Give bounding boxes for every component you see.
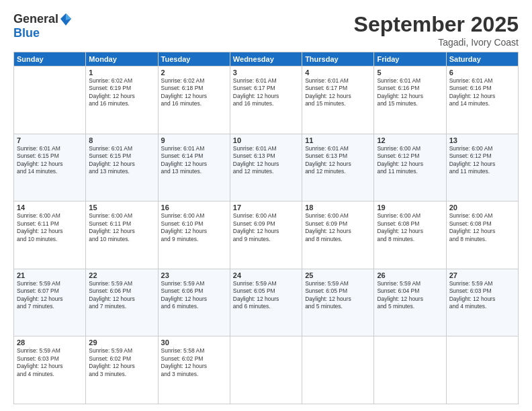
logo-text: General Blue	[13, 12, 72, 40]
day-detail: Sunrise: 5:59 AMSunset: 6:07 PMDaylight:…	[17, 280, 83, 311]
day-number: 1	[89, 68, 154, 77]
day-number: 9	[161, 136, 227, 144]
day-number: 11	[305, 136, 371, 144]
table-row: 17Sunrise: 6:00 AMSunset: 6:09 PMDayligh…	[230, 201, 302, 269]
table-row: 16Sunrise: 6:00 AMSunset: 6:10 PMDayligh…	[158, 201, 230, 269]
day-detail: Sunrise: 6:01 AMSunset: 6:17 PMDaylight:…	[305, 77, 371, 108]
logo: General Blue	[13, 12, 72, 40]
table-row: 6Sunrise: 6:01 AMSunset: 6:16 PMDaylight…	[446, 66, 518, 134]
day-number: 3	[233, 68, 299, 77]
calendar-week-row: 1Sunrise: 6:02 AMSunset: 6:19 PMDaylight…	[14, 66, 519, 134]
day-number: 7	[17, 136, 83, 144]
calendar-week-row: 28Sunrise: 5:59 AMSunset: 6:03 PMDayligh…	[14, 336, 519, 404]
table-row: 30Sunrise: 5:58 AMSunset: 6:02 PMDayligh…	[158, 336, 230, 404]
day-detail: Sunrise: 5:59 AMSunset: 6:06 PMDaylight:…	[89, 280, 154, 311]
month-title: September 2025	[354, 12, 519, 37]
table-row	[230, 336, 302, 404]
day-number: 29	[89, 338, 154, 347]
header-friday: Friday	[374, 52, 446, 66]
day-detail: Sunrise: 5:59 AMSunset: 6:04 PMDaylight:…	[377, 280, 443, 311]
day-detail: Sunrise: 6:00 AMSunset: 6:09 PMDaylight:…	[305, 212, 371, 243]
table-row: 19Sunrise: 6:00 AMSunset: 6:08 PMDayligh…	[374, 201, 446, 269]
day-detail: Sunrise: 6:00 AMSunset: 6:12 PMDaylight:…	[449, 145, 515, 176]
table-row: 15Sunrise: 6:00 AMSunset: 6:11 PMDayligh…	[86, 201, 158, 269]
table-row: 18Sunrise: 6:00 AMSunset: 6:09 PMDayligh…	[302, 201, 374, 269]
day-detail: Sunrise: 6:00 AMSunset: 6:08 PMDaylight:…	[449, 212, 515, 243]
table-row: 23Sunrise: 5:59 AMSunset: 6:06 PMDayligh…	[158, 269, 230, 336]
day-number: 26	[377, 271, 443, 279]
table-row: 21Sunrise: 5:59 AMSunset: 6:07 PMDayligh…	[14, 269, 86, 336]
table-row: 8Sunrise: 6:01 AMSunset: 6:15 PMDaylight…	[86, 134, 158, 201]
table-row: 3Sunrise: 6:01 AMSunset: 6:17 PMDaylight…	[230, 66, 302, 134]
table-row	[374, 336, 446, 404]
day-detail: Sunrise: 5:59 AMSunset: 6:02 PMDaylight:…	[89, 347, 154, 378]
day-detail: Sunrise: 6:01 AMSunset: 6:13 PMDaylight:…	[305, 145, 371, 176]
table-row: 11Sunrise: 6:01 AMSunset: 6:13 PMDayligh…	[302, 134, 374, 201]
calendar-table: Sunday Monday Tuesday Wednesday Thursday…	[13, 52, 519, 404]
table-row: 7Sunrise: 6:01 AMSunset: 6:15 PMDaylight…	[14, 134, 86, 201]
day-number: 19	[377, 203, 443, 212]
day-detail: Sunrise: 6:00 AMSunset: 6:12 PMDaylight:…	[377, 145, 443, 176]
day-number: 16	[161, 203, 227, 212]
header-wednesday: Wednesday	[230, 52, 302, 66]
calendar-header-row: Sunday Monday Tuesday Wednesday Thursday…	[14, 52, 519, 66]
day-number: 21	[17, 271, 83, 279]
table-row: 5Sunrise: 6:01 AMSunset: 6:16 PMDaylight…	[374, 66, 446, 134]
calendar-week-row: 21Sunrise: 5:59 AMSunset: 6:07 PMDayligh…	[14, 269, 519, 336]
day-detail: Sunrise: 6:01 AMSunset: 6:15 PMDaylight:…	[17, 145, 83, 176]
logo-blue: Blue	[13, 27, 72, 40]
logo-general: General	[13, 13, 58, 26]
header-monday: Monday	[86, 52, 158, 66]
table-row: 22Sunrise: 5:59 AMSunset: 6:06 PMDayligh…	[86, 269, 158, 336]
day-number: 24	[233, 271, 299, 279]
day-number: 13	[449, 136, 515, 144]
day-number: 8	[89, 136, 154, 144]
day-number: 17	[233, 203, 299, 212]
day-detail: Sunrise: 6:00 AMSunset: 6:11 PMDaylight:…	[17, 212, 83, 243]
day-detail: Sunrise: 5:59 AMSunset: 6:05 PMDaylight:…	[233, 280, 299, 311]
day-number: 20	[449, 203, 515, 212]
day-detail: Sunrise: 6:02 AMSunset: 6:18 PMDaylight:…	[161, 77, 227, 108]
day-number: 2	[161, 68, 227, 77]
day-detail: Sunrise: 5:59 AMSunset: 6:06 PMDaylight:…	[161, 280, 227, 311]
header: General Blue September 2025 Tagadi, Ivor…	[13, 12, 519, 48]
table-row: 2Sunrise: 6:02 AMSunset: 6:18 PMDaylight…	[158, 66, 230, 134]
day-number: 5	[377, 68, 443, 77]
day-number: 15	[89, 203, 154, 212]
logo-icon	[60, 12, 72, 27]
day-detail: Sunrise: 6:01 AMSunset: 6:16 PMDaylight:…	[377, 77, 443, 108]
table-row	[14, 66, 86, 134]
day-detail: Sunrise: 6:00 AMSunset: 6:10 PMDaylight:…	[161, 212, 227, 243]
location: Tagadi, Ivory Coast	[354, 37, 519, 48]
day-number: 27	[449, 271, 515, 279]
table-row: 26Sunrise: 5:59 AMSunset: 6:04 PMDayligh…	[374, 269, 446, 336]
header-saturday: Saturday	[446, 52, 518, 66]
day-number: 4	[305, 68, 371, 77]
day-detail: Sunrise: 5:58 AMSunset: 6:02 PMDaylight:…	[161, 347, 227, 378]
day-number: 12	[377, 136, 443, 144]
table-row: 27Sunrise: 5:59 AMSunset: 6:03 PMDayligh…	[446, 269, 518, 336]
calendar-week-row: 14Sunrise: 6:00 AMSunset: 6:11 PMDayligh…	[14, 201, 519, 269]
table-row: 29Sunrise: 5:59 AMSunset: 6:02 PMDayligh…	[86, 336, 158, 404]
day-detail: Sunrise: 6:02 AMSunset: 6:19 PMDaylight:…	[89, 77, 154, 108]
day-number: 10	[233, 136, 299, 144]
table-row: 12Sunrise: 6:00 AMSunset: 6:12 PMDayligh…	[374, 134, 446, 201]
table-row: 1Sunrise: 6:02 AMSunset: 6:19 PMDaylight…	[86, 66, 158, 134]
table-row: 20Sunrise: 6:00 AMSunset: 6:08 PMDayligh…	[446, 201, 518, 269]
day-detail: Sunrise: 5:59 AMSunset: 6:03 PMDaylight:…	[17, 347, 83, 378]
day-number: 6	[449, 68, 515, 77]
day-detail: Sunrise: 6:00 AMSunset: 6:09 PMDaylight:…	[233, 212, 299, 243]
day-detail: Sunrise: 6:01 AMSunset: 6:13 PMDaylight:…	[233, 145, 299, 176]
calendar-week-row: 7Sunrise: 6:01 AMSunset: 6:15 PMDaylight…	[14, 134, 519, 201]
table-row	[446, 336, 518, 404]
day-number: 23	[161, 271, 227, 279]
day-number: 22	[89, 271, 154, 279]
day-detail: Sunrise: 6:01 AMSunset: 6:16 PMDaylight:…	[449, 77, 515, 108]
table-row	[302, 336, 374, 404]
day-detail: Sunrise: 5:59 AMSunset: 6:05 PMDaylight:…	[305, 280, 371, 311]
table-row: 24Sunrise: 5:59 AMSunset: 6:05 PMDayligh…	[230, 269, 302, 336]
table-row: 13Sunrise: 6:00 AMSunset: 6:12 PMDayligh…	[446, 134, 518, 201]
day-detail: Sunrise: 6:01 AMSunset: 6:15 PMDaylight:…	[89, 145, 154, 176]
table-row: 10Sunrise: 6:01 AMSunset: 6:13 PMDayligh…	[230, 134, 302, 201]
table-row: 25Sunrise: 5:59 AMSunset: 6:05 PMDayligh…	[302, 269, 374, 336]
